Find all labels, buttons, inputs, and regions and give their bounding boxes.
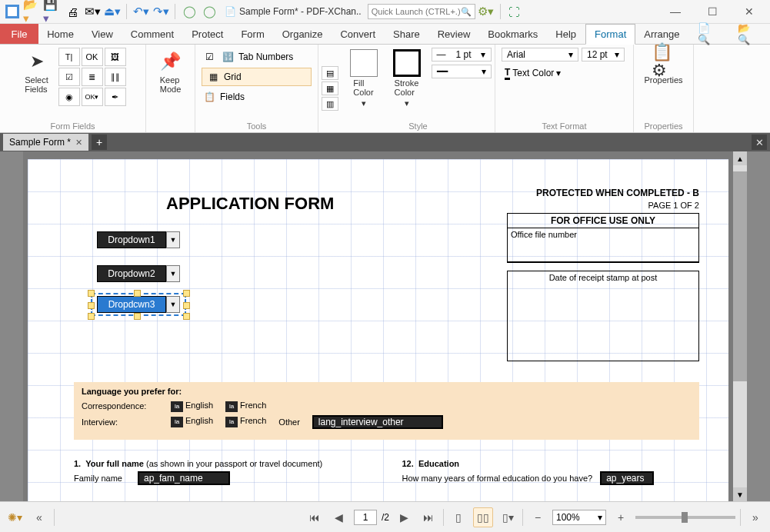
resize-handle[interactable]: [183, 290, 190, 297]
nav-fwd-icon[interactable]: ◯: [200, 2, 218, 21]
listbox-tool[interactable]: ≣: [82, 68, 103, 86]
layout-facing-icon[interactable]: ▯▾: [498, 507, 518, 527]
int-english-check[interactable]: laEnglish: [171, 416, 213, 427]
keep-mode-button[interactable]: 📌 Keep Mode: [154, 48, 188, 95]
close-tab-icon[interactable]: ✕: [75, 138, 82, 148]
dropdown2-field[interactable]: Dropdown2▼: [97, 265, 180, 282]
textfield-tool[interactable]: T|: [58, 48, 80, 66]
scan-icon[interactable]: ⏏▾: [103, 2, 122, 21]
layout-single-icon[interactable]: ▯: [448, 507, 468, 527]
right-pane-strip[interactable]: [747, 151, 770, 501]
select-fields-button[interactable]: ➤ Select Fields: [20, 48, 54, 95]
font-size-select[interactable]: 12 pt▾: [582, 48, 625, 62]
resize-handle[interactable]: [88, 290, 95, 297]
fields-button[interactable]: 📋Fields: [202, 88, 312, 106]
vertical-scrollbar[interactable]: ▲ ▼: [733, 151, 747, 501]
redo-icon[interactable]: ↷▾: [152, 2, 170, 21]
family-name-field[interactable]: ap_fam_name: [138, 471, 230, 485]
undo-icon[interactable]: ↶▾: [132, 2, 150, 21]
tab-home[interactable]: Home: [38, 24, 83, 44]
tab-bookmarks[interactable]: Bookmarks: [479, 24, 547, 44]
expand-left-icon[interactable]: «: [29, 507, 49, 527]
fill-color-button[interactable]: Fill Color▾: [345, 48, 382, 109]
tab-help[interactable]: Help: [547, 24, 585, 44]
corr-english-check[interactable]: laEnglish: [171, 401, 213, 412]
file-menu[interactable]: File: [0, 24, 38, 44]
properties-button[interactable]: 📋⚙ Properties: [639, 48, 687, 86]
other-lang-field[interactable]: lang_interview_other: [312, 415, 443, 429]
open-icon[interactable]: 📂▾: [23, 2, 42, 21]
image-tool[interactable]: 🖼: [105, 48, 126, 66]
last-page-button[interactable]: ⏭: [418, 507, 438, 527]
slider-knob[interactable]: [682, 512, 688, 523]
dropdown3-field[interactable]: Dropdcwn3▼: [97, 296, 180, 313]
resize-handle[interactable]: [88, 313, 95, 320]
zoom-slider[interactable]: [635, 516, 735, 519]
doctab-sample-form[interactable]: Sample Form *✕: [3, 134, 88, 151]
grid-toggle[interactable]: ▦Grid: [202, 68, 312, 86]
zoom-in-button[interactable]: +: [611, 507, 631, 527]
resize-handle[interactable]: [88, 302, 95, 309]
line-style-select[interactable]: ━━▾: [432, 65, 492, 78]
sig-tool[interactable]: ✒: [105, 88, 126, 106]
fit-icon[interactable]: ⛶: [505, 2, 524, 21]
tab-share[interactable]: Share: [385, 24, 429, 44]
tab-numbers-toggle[interactable]: ☑🔢Tab Numbers: [202, 48, 312, 66]
new-tab-button[interactable]: +: [92, 135, 107, 150]
resize-handle[interactable]: [183, 302, 190, 309]
font-select[interactable]: Arial▾: [502, 48, 578, 62]
int-french-check[interactable]: laFrench: [225, 416, 266, 427]
app-icon[interactable]: [3, 2, 22, 21]
first-page-button[interactable]: ⏮: [305, 507, 325, 527]
barcode-tool[interactable]: ∥∥: [105, 68, 126, 86]
canvas[interactable]: APPLICATION FORM PROTECTED WHEN COMPLETE…: [23, 151, 733, 501]
stroke-color-button[interactable]: Stroke Color▾: [388, 48, 425, 109]
radio-tool[interactable]: ◉: [58, 88, 80, 106]
quick-launch-input[interactable]: Quick Launch (CTRL+.)🔍: [368, 4, 475, 19]
tab-arrange[interactable]: Arrange: [635, 24, 688, 44]
text-color-button[interactable]: TText Color▾: [502, 65, 627, 81]
scroll-thumb[interactable]: [733, 171, 747, 381]
dropdown1-field[interactable]: Dropdown1▼: [97, 231, 180, 248]
button-tool[interactable]: OK: [82, 48, 103, 66]
tab-form[interactable]: Form: [232, 24, 273, 44]
ui-options-icon[interactable]: ⚙▾: [477, 2, 495, 21]
scroll-down-icon[interactable]: ▼: [733, 487, 747, 501]
resize-handle[interactable]: [134, 313, 141, 320]
mail-icon[interactable]: ✉▾: [83, 2, 102, 21]
search-docs-icon[interactable]: 📂🔍: [729, 24, 770, 44]
save-icon[interactable]: 💾▾: [43, 2, 62, 21]
options-icon[interactable]: ✺▾: [5, 507, 25, 527]
left-pane-strip[interactable]: [0, 151, 23, 501]
tab-view[interactable]: View: [83, 24, 122, 44]
prev-page-button[interactable]: ◀: [329, 507, 349, 527]
minimize-button[interactable]: —: [658, 0, 693, 24]
align-tool-1[interactable]: ▤: [322, 66, 338, 80]
tab-comment[interactable]: Comment: [122, 24, 183, 44]
align-tool-3[interactable]: ▥: [322, 97, 338, 111]
tab-organize[interactable]: Organize: [274, 24, 332, 44]
combo-tool[interactable]: OK▾: [82, 88, 103, 106]
scroll-up-icon[interactable]: ▲: [733, 151, 747, 165]
resize-handle[interactable]: [134, 290, 141, 297]
zoom-out-button[interactable]: −: [528, 507, 548, 527]
zoom-select[interactable]: 100%▾: [552, 510, 606, 525]
align-tool-2[interactable]: ▦: [322, 81, 338, 95]
line-width-select[interactable]: —1 pt▾: [432, 48, 492, 62]
education-years-field[interactable]: ap_years: [600, 471, 654, 485]
checkbox-tool[interactable]: ☑: [58, 68, 80, 86]
page-input[interactable]: [354, 510, 377, 525]
corr-french-check[interactable]: laFrench: [225, 401, 266, 412]
close-button[interactable]: ✕: [732, 0, 767, 24]
tab-protect[interactable]: Protect: [183, 24, 232, 44]
resize-handle[interactable]: [183, 313, 190, 320]
maximize-button[interactable]: ☐: [695, 0, 730, 24]
tab-format[interactable]: Format: [585, 24, 635, 45]
tab-review[interactable]: Review: [429, 24, 480, 44]
expand-right-icon[interactable]: »: [745, 507, 765, 527]
layout-continuous-icon[interactable]: ▯▯: [473, 507, 493, 527]
close-all-tabs-button[interactable]: ✕: [752, 135, 767, 150]
find-icon[interactable]: 📄🔍: [689, 24, 730, 44]
nav-back-icon[interactable]: ◯: [180, 2, 198, 21]
next-page-button[interactable]: ▶: [394, 507, 414, 527]
